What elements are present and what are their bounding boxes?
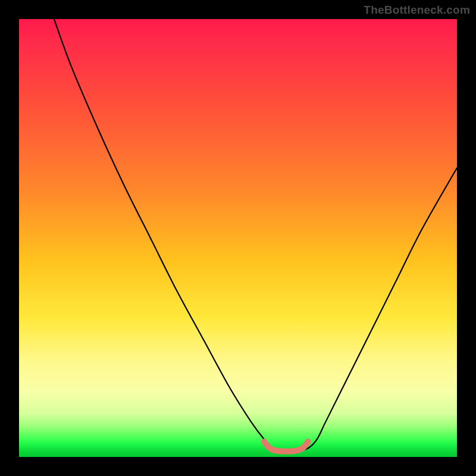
- minimum-marker: [264, 441, 308, 451]
- plot-area: [19, 19, 457, 457]
- chart-frame: TheBottleneck.com: [0, 0, 476, 476]
- curve-layer: [19, 19, 457, 457]
- watermark-text: TheBottleneck.com: [364, 4, 470, 17]
- bottleneck-curve: [54, 19, 457, 450]
